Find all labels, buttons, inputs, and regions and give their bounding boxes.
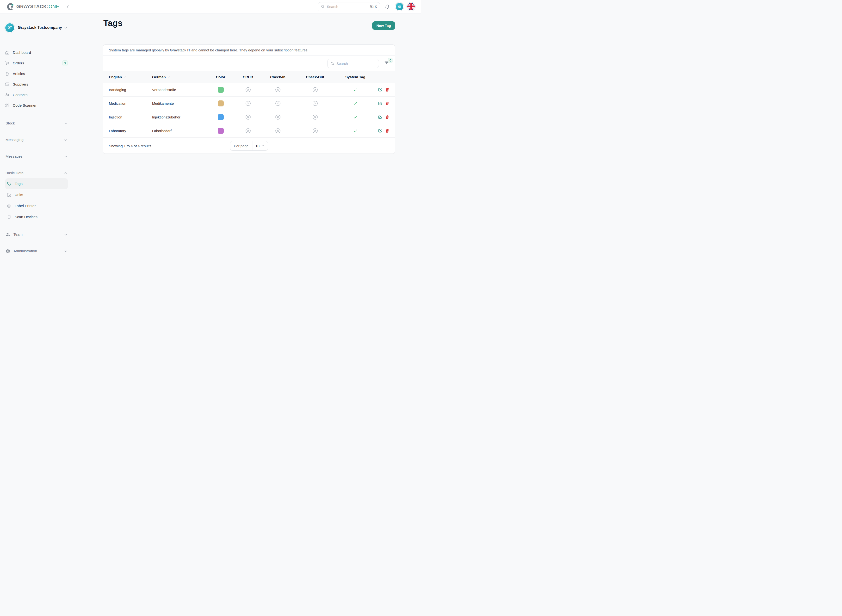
tag-color-swatch [218, 128, 224, 134]
sort-chevron-icon [123, 75, 126, 79]
edit-tag-button[interactable] [378, 115, 382, 119]
edit-icon [378, 129, 382, 133]
tag-english-name: Medication [109, 101, 152, 106]
delete-tag-button[interactable] [385, 88, 390, 92]
qr-code-icon [5, 103, 10, 108]
tag-color-swatch [218, 87, 224, 93]
edit-tag-button[interactable] [378, 129, 382, 133]
sidebar-item-articles[interactable]: Articles [0, 69, 72, 79]
tag-color-swatch [218, 114, 224, 120]
sidebar-item-label-printer[interactable]: Label Printer [5, 200, 68, 211]
filter-button[interactable]: 0 [384, 60, 390, 66]
tag-german-name: Injektionszubehör [152, 115, 204, 119]
company-selector[interactable]: GT Graystack Testcompany [0, 21, 72, 34]
sidebar-item-dashboard[interactable]: Dashboard [0, 47, 72, 58]
sidebar-group-messaging[interactable]: Messaging [0, 135, 72, 145]
crud-status [238, 100, 258, 106]
contacts-icon [5, 92, 10, 97]
x-circle-icon [275, 87, 281, 93]
column-header-check-in: Check-In [258, 75, 297, 79]
brand-logo: GRAYSTACK:ONE [7, 3, 59, 10]
x-circle-icon [275, 128, 281, 134]
global-search-input[interactable] [327, 4, 367, 9]
crud-status [238, 114, 258, 120]
tag-english-name: Injection [109, 115, 152, 119]
sidebar-collapse-icon[interactable] [66, 4, 70, 9]
sort-chevron-icon [167, 75, 170, 79]
tag-german-name: Laborbedarf [152, 129, 204, 133]
tags-table-body: Bandaging Verbandsstoffe Medication Medi… [103, 83, 395, 138]
chevron-down-icon [64, 138, 68, 142]
global-search: ⌘+K [318, 2, 380, 11]
chevron-down-icon [64, 249, 68, 253]
edit-icon [378, 101, 382, 106]
brand-wordmark: GRAYSTACK:ONE [16, 4, 59, 9]
company-avatar: GT [5, 23, 14, 32]
search-shortcut-hint: ⌘+K [369, 5, 377, 9]
sidebar-group-stock[interactable]: Stock [0, 118, 72, 129]
check-out-status [297, 114, 333, 120]
x-circle-icon [312, 128, 318, 134]
chevron-up-icon [64, 171, 68, 175]
trash-icon [385, 88, 390, 92]
user-avatar[interactable]: GI [396, 3, 403, 10]
x-circle-icon [312, 114, 318, 120]
edit-tag-button[interactable] [378, 88, 382, 92]
trash-icon [385, 115, 390, 119]
search-icon [321, 4, 325, 9]
sidebar-item-code-scanner[interactable]: Code Scanner [0, 100, 72, 111]
chevron-down-icon [261, 144, 264, 148]
column-header-german[interactable]: German [152, 75, 204, 79]
smartphone-icon [7, 214, 12, 219]
store-icon [5, 82, 10, 87]
search-icon [330, 62, 334, 66]
system-tags-notice: System tags are managed globally by Gray… [103, 45, 395, 56]
tag-color-swatch [218, 100, 224, 106]
column-header-system-tag: System Tag [333, 75, 377, 79]
results-summary: Showing 1 to 4 of 4 results [109, 144, 151, 148]
table-toolbar: 0 [103, 56, 395, 71]
chevron-down-icon [64, 154, 68, 158]
check-in-status [258, 87, 297, 93]
orders-count-badge: 3 [62, 60, 68, 66]
sidebar: GT Graystack Testcompany Dashboard Order… [0, 13, 72, 308]
tag-german-name: Verbandsstoffe [152, 88, 204, 92]
system-tag-status [333, 87, 377, 92]
language-flag-uk[interactable] [407, 3, 415, 10]
table-row: Medication Medikamente [103, 97, 395, 110]
delete-tag-button[interactable] [385, 115, 390, 119]
delete-tag-button[interactable] [385, 129, 390, 133]
edit-tag-button[interactable] [378, 101, 382, 106]
sidebar-group-team[interactable]: Team [0, 229, 72, 240]
sidebar-group-messages[interactable]: Messages [0, 151, 72, 162]
tag-german-name: Medikamente [152, 101, 204, 106]
topbar: GRAYSTACK:ONE ⌘+K GI [0, 0, 421, 13]
sidebar-item-tags[interactable]: Tags [5, 178, 68, 189]
check-in-status [258, 114, 297, 120]
notifications-bell-icon[interactable] [384, 4, 390, 9]
tag-english-name: Laboratory [109, 129, 152, 133]
sidebar-item-scan-devices[interactable]: Scan Devices [5, 211, 68, 223]
column-header-english[interactable]: English [109, 75, 152, 79]
edit-icon [378, 115, 382, 119]
new-tag-button[interactable]: New Tag [372, 21, 395, 30]
edit-icon [378, 88, 382, 92]
delete-tag-button[interactable] [385, 101, 390, 106]
filter-count-badge: 0 [388, 58, 393, 63]
tag-icon [7, 181, 12, 186]
sidebar-item-units[interactable]: Units [5, 189, 68, 200]
system-tag-status [333, 128, 377, 133]
sidebar-group-administration[interactable]: Administration [0, 246, 72, 256]
sidebar-item-contacts[interactable]: Contacts [0, 89, 72, 100]
sidebar-item-orders[interactable]: Orders 3 [0, 58, 72, 69]
per-page-label: Per page [230, 141, 252, 150]
sidebar-item-suppliers[interactable]: Suppliers [0, 79, 72, 89]
check-icon [353, 87, 358, 92]
team-icon [6, 232, 10, 237]
tags-card: System tags are managed globally by Gray… [103, 44, 395, 154]
tag-english-name: Bandaging [109, 88, 152, 92]
column-header-color: Color [204, 75, 238, 79]
per-page-control[interactable]: Per page 10 [230, 141, 268, 151]
sidebar-group-basic-data[interactable]: Basic Data [0, 168, 72, 178]
table-search-input[interactable] [336, 62, 376, 66]
